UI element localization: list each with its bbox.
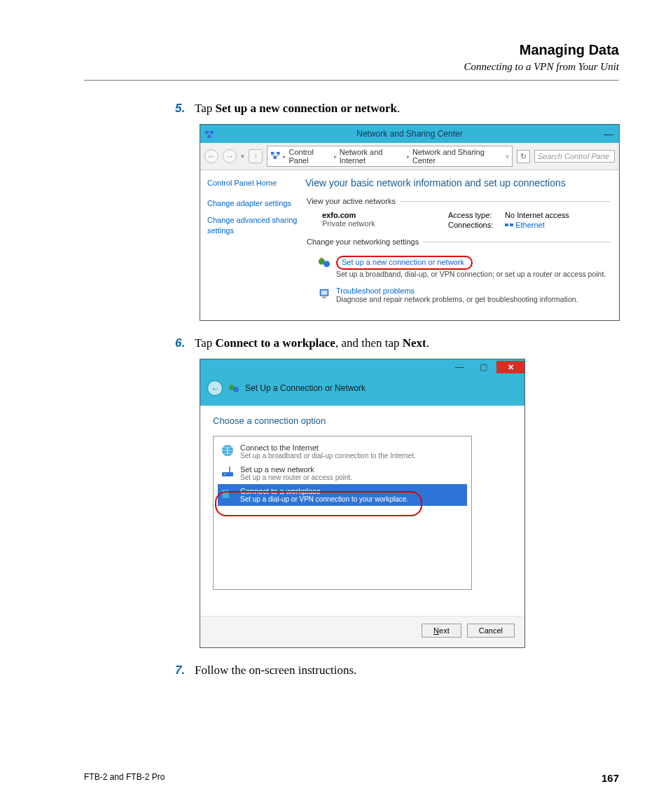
svg-rect-5 — [274, 156, 277, 159]
opt-setup-network-desc: Set up a new router or access point. — [240, 474, 352, 481]
footer-product: FTB-2 and FTB-2 Pro — [84, 772, 165, 784]
next-button[interactable]: Next — [422, 624, 461, 638]
step-6: 6. Tap Connect to a workplace, and then … — [175, 336, 619, 350]
step-5: 5. Tap Set up a new connection or networ… — [175, 102, 619, 116]
setup-connection-highlight: Set up a new connection or network — [336, 256, 473, 270]
nsc-sidebar: Control Panel Home Change adapter settin… — [200, 170, 305, 320]
up-button[interactable]: ↑ — [249, 149, 263, 163]
troubleshoot-icon — [318, 287, 330, 300]
access-type-label: Access type: — [448, 211, 503, 219]
connections-label: Connections: — [448, 221, 503, 229]
change-settings-legend: Change your networking settings — [305, 238, 423, 246]
sidebar-control-panel-home[interactable]: Control Panel Home — [207, 179, 298, 187]
svg-rect-20 — [229, 493, 233, 498]
wiz-maximize-button[interactable]: ▢ — [473, 361, 494, 373]
svg-point-18 — [224, 474, 225, 475]
svg-rect-21 — [223, 491, 225, 493]
sidebar-change-advanced-sharing[interactable]: Change advanced sharing settings — [207, 215, 298, 235]
opt-setup-network[interactable]: Set up a new network Set up a new router… — [218, 462, 467, 484]
wiz-close-button[interactable]: ✕ — [496, 361, 524, 373]
wiz-window-title: Set Up a Connection or Network — [245, 383, 366, 393]
breadcrumb[interactable]: ▸ Control Panel ▸ Network and Internet ▸… — [267, 146, 513, 167]
svg-rect-17 — [229, 467, 230, 472]
active-networks-group: View your active networks exfo.com Priva… — [305, 197, 611, 230]
setup-connection-item[interactable]: Set up a new connection or network Set u… — [305, 256, 611, 278]
step-5-number: 5. — [175, 102, 195, 116]
active-networks-legend: View your active networks — [305, 197, 400, 205]
svg-rect-22 — [225, 491, 227, 493]
screenshot-setup-wizard: — ▢ ✕ ← Set Up a Connection or Network C… — [200, 359, 525, 648]
wiz-header: ← Set Up a Connection or Network — [200, 375, 524, 406]
connections-ethernet-link[interactable]: Ethernet — [515, 221, 545, 229]
step-7: 7. Follow the on-screen instructions. — [175, 663, 619, 677]
troubleshoot-link[interactable]: Troubleshoot problems — [336, 287, 415, 295]
footer-page-number: 167 — [601, 772, 619, 784]
back-button[interactable]: ← — [204, 149, 218, 163]
refresh-button[interactable]: ↻ — [517, 150, 530, 163]
wiz-footer: Next Cancel — [200, 616, 524, 647]
setup-connection-desc: Set up a broadband, dial-up, or VPN conn… — [336, 270, 606, 278]
nsc-toolbar: ← → ▾ ↑ ▸ Control Panel ▸ Network and In… — [200, 143, 619, 170]
opt-connect-internet-title: Connect to the Internet — [240, 443, 416, 452]
wiz-minimize-button[interactable]: — — [449, 361, 470, 373]
svg-point-14 — [233, 387, 239, 392]
workplace-icon — [221, 487, 235, 501]
nsc-main: View your basic network information and … — [305, 170, 619, 320]
header-rule — [84, 80, 619, 81]
opt-connect-internet-desc: Set up a broadband or dial-up connection… — [240, 452, 416, 460]
svg-rect-6 — [505, 223, 508, 226]
change-settings-group: Change your networking settings Set up a… — [305, 238, 611, 303]
step-7-number: 7. — [175, 663, 195, 677]
wiz-heading: Choose a connection option — [213, 415, 512, 426]
svg-rect-11 — [321, 291, 328, 295]
network-center-icon — [270, 151, 280, 162]
opt-connect-internet[interactable]: Connect to the Internet Set up a broadba… — [218, 441, 467, 462]
svg-rect-19 — [222, 490, 229, 498]
history-dropdown-icon[interactable]: ▾ — [241, 153, 244, 160]
svg-rect-4 — [277, 152, 280, 155]
search-input[interactable]: Search Control Pane — [534, 150, 615, 163]
svg-rect-7 — [510, 223, 513, 226]
breadcrumb-network-sharing[interactable]: Network and Sharing Center — [412, 148, 500, 165]
troubleshoot-desc: Diagnose and repair network problems, or… — [336, 295, 578, 303]
wiz-titlebar: — ▢ ✕ — [200, 359, 524, 375]
page-title: Managing Data — [84, 42, 619, 58]
sidebar-change-adapter[interactable]: Change adapter settings — [207, 198, 298, 208]
access-type-value: No Internet access — [505, 211, 569, 219]
troubleshoot-item[interactable]: Troubleshoot problems Diagnose and repai… — [305, 287, 611, 303]
wiz-back-button[interactable]: ← — [207, 380, 223, 396]
nsc-heading: View your basic network information and … — [305, 177, 611, 188]
network-type: Private network — [322, 219, 448, 228]
step-6-text: Tap Connect to a workplace, and then tap… — [195, 336, 429, 350]
page-subtitle: Connecting to a VPN from Your Unit — [84, 61, 619, 73]
svg-rect-16 — [222, 472, 233, 476]
wiz-option-list: Connect to the Internet Set up a broadba… — [213, 436, 472, 590]
breadcrumb-network-internet[interactable]: Network and Internet — [340, 148, 404, 165]
step-7-text: Follow the on-screen instructions. — [195, 663, 356, 677]
breadcrumb-dropdown-icon[interactable]: v — [506, 153, 510, 160]
ethernet-icon — [505, 222, 513, 229]
nsc-titlebar: Network and Sharing Center — — [200, 125, 619, 143]
nsc-window-title: Network and Sharing Center — [200, 129, 619, 139]
step-5-text: Tap Set up a new connection or network. — [195, 102, 400, 116]
svg-point-9 — [323, 261, 330, 267]
screenshot-network-sharing-center: Network and Sharing Center — ← → ▾ ↑ ▸ C… — [200, 124, 620, 321]
breadcrumb-control-panel[interactable]: Control Panel — [288, 148, 330, 165]
setup-connection-link[interactable]: Set up a new connection or network — [342, 258, 464, 266]
minimize-icon[interactable]: — — [604, 128, 613, 139]
setup-connection-icon — [318, 256, 330, 269]
router-icon — [221, 465, 235, 479]
svg-rect-3 — [271, 152, 274, 155]
opt-connect-workplace[interactable]: Connect to a workplace Set up a dial-up … — [218, 484, 467, 506]
forward-button[interactable]: → — [223, 149, 237, 163]
opt-setup-network-title: Set up a new network — [240, 465, 352, 474]
opt-connect-workplace-title: Connect to a workplace — [240, 487, 408, 495]
page-footer: FTB-2 and FTB-2 Pro 167 — [84, 772, 619, 784]
step-6-number: 6. — [175, 336, 195, 350]
svg-rect-12 — [322, 297, 326, 298]
wiz-header-icon — [228, 383, 239, 394]
opt-connect-workplace-desc: Set up a dial-up or VPN connection to yo… — [240, 495, 408, 503]
globe-icon — [221, 443, 235, 457]
cancel-button[interactable]: Cancel — [467, 624, 515, 638]
network-name: exfo.com — [322, 211, 448, 219]
